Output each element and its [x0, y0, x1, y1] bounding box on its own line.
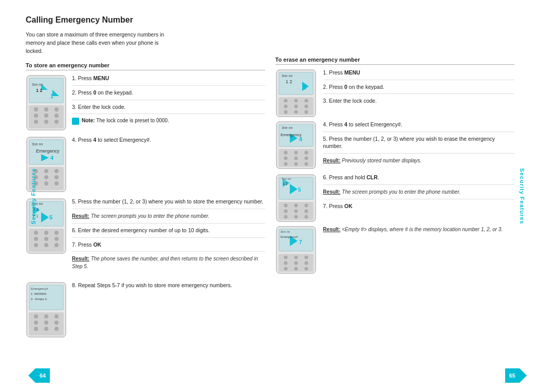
right-phone-svg-3: 3nn nn 1 2 5 — [275, 174, 317, 222]
svg-point-7 — [34, 114, 38, 118]
left-section-mid: 3nn nn Emergency 4 4. Press 4 to select … — [26, 136, 265, 193]
page-num-left-text: 64 — [35, 368, 50, 383]
step-result: Result: The screen prompts you to enter … — [72, 212, 265, 223]
step-result: Result: The phone saves the number, and … — [72, 255, 265, 273]
svg-point-127 — [294, 256, 298, 259]
left-section-heading: To store an emergency number — [26, 62, 265, 70]
right-phone-images-4: 3nn nn Emergency# 7 — [275, 226, 319, 274]
svg-text:4: 4 — [299, 136, 303, 142]
svg-point-9 — [54, 114, 59, 118]
step-item: 3. Enter the lock code. — [72, 103, 265, 115]
svg-point-116 — [304, 215, 308, 219]
right-section-top: 3nn nn 1 2 1 1. Press MENU 2. Press 0 on… — [275, 69, 515, 118]
svg-text:1: 5005000: 1: 5005000 — [31, 292, 47, 295]
step-item: 4. Press 4 to select Emergency#. — [323, 121, 515, 132]
step-result: Result: Previously stored number display… — [323, 157, 515, 167]
svg-point-115 — [294, 215, 298, 219]
svg-point-130 — [294, 262, 298, 265]
svg-point-110 — [304, 204, 308, 208]
svg-text:7: 7 — [299, 239, 302, 245]
svg-point-47 — [54, 243, 59, 247]
svg-text:Emergency#: Emergency# — [281, 235, 298, 238]
right-phone-images: 3nn nn 1 2 1 — [275, 69, 319, 118]
step-item: 5. Press the number (1, 2, or 3) where y… — [72, 198, 265, 209]
step-item: 2. Press 0 on the keypad. — [323, 83, 515, 95]
svg-point-91 — [284, 151, 287, 155]
svg-text:2: -Empty 2-: 2: -Empty 2- — [31, 297, 48, 301]
svg-text:5: 5 — [298, 187, 301, 193]
step-result: Result: The screen prompts you to enter … — [323, 188, 515, 199]
svg-point-131 — [304, 262, 308, 265]
right-section-heading: To erase an emergency number — [275, 57, 515, 65]
note-item: Note: The lock code is preset to 0000. — [72, 117, 265, 128]
svg-point-64 — [34, 327, 38, 331]
page-arrow-left — [28, 368, 35, 383]
svg-point-134 — [304, 267, 308, 271]
svg-point-59 — [44, 314, 48, 319]
svg-point-92 — [294, 151, 298, 155]
svg-point-93 — [304, 151, 308, 155]
step-item: 1. Press MENU — [72, 74, 265, 86]
page-num-left: 64 — [28, 368, 50, 383]
right-steps-6-7: 6. Press and hold CLR. Result: The scree… — [323, 174, 515, 222]
svg-point-99 — [304, 162, 308, 166]
svg-text:3nn  nn: 3nn nn — [282, 177, 291, 180]
svg-point-113 — [304, 210, 308, 213]
svg-point-109 — [294, 204, 298, 208]
svg-point-97 — [284, 162, 287, 166]
svg-point-108 — [284, 204, 287, 208]
right-phone-images-3: 3nn nn 1 2 5 — [275, 174, 319, 222]
side-label-left: Security Features — [30, 168, 36, 224]
svg-point-10 — [34, 120, 38, 124]
svg-point-26 — [44, 175, 48, 179]
right-section-step7: 3nn nn Emergency# 7 Result: <Empty #> di… — [275, 226, 515, 274]
step-item: 8. Repeat Steps 5-7 if you wish to store… — [72, 282, 265, 292]
left-steps-5-7: 5. Press the number (1, 2, or 3) where y… — [72, 198, 265, 276]
svg-text:3nn  nn: 3nn nn — [32, 142, 43, 146]
svg-point-129 — [284, 262, 287, 265]
step-item: 3. Enter the lock code. — [323, 97, 515, 108]
svg-point-74 — [284, 99, 287, 103]
left-steps-1-3: 1. Press MENU 2. Press 0 on the keypad. … — [72, 74, 265, 131]
svg-point-45 — [34, 243, 38, 247]
step-item: 2. Press 0 on the keypad. — [72, 89, 265, 100]
svg-point-62 — [44, 321, 48, 325]
svg-text:1  2: 1 2 — [36, 88, 43, 93]
step-item: 5. Press the number (1, 2, or 3) where y… — [323, 135, 515, 154]
svg-point-5 — [44, 107, 48, 111]
right-steps-4: 4. Press 4 to select Emergency#. 5. Pres… — [323, 121, 515, 171]
right-column: To erase an emergency number — [275, 15, 515, 377]
step-item: 6. Enter the desired emergency number of… — [72, 227, 265, 238]
svg-point-29 — [44, 181, 48, 185]
svg-text:1: 1 — [50, 94, 53, 99]
svg-point-8 — [44, 114, 48, 118]
svg-point-61 — [34, 321, 38, 325]
left-steps-8: 8. Repeat Steps 5-7 if you wish to store… — [72, 282, 265, 338]
svg-text:5: 5 — [49, 214, 52, 220]
right-section-step4: 3nn nn Emergency 4 4. Press 4 to select … — [275, 121, 515, 171]
left-column: Calling Emergency Number You can store a… — [26, 15, 265, 377]
svg-point-39 — [34, 231, 38, 235]
svg-point-4 — [34, 107, 38, 111]
page-arrow-right — [520, 368, 527, 383]
svg-point-133 — [294, 267, 298, 271]
svg-point-76 — [304, 99, 308, 103]
svg-point-66 — [54, 327, 59, 331]
svg-point-96 — [304, 157, 308, 160]
phone-image-4: Emergency# 1: 5005000 2: -Empty 2- — [26, 282, 67, 338]
note-text: Note: The lock code is preset to 0000. — [82, 117, 169, 124]
svg-text:3nn  nn: 3nn nn — [281, 230, 290, 233]
svg-text:1  2: 1 2 — [286, 79, 292, 84]
step-item: 4. Press 4 to select Emergency#. — [72, 136, 265, 147]
svg-point-128 — [304, 256, 308, 259]
svg-point-23 — [44, 169, 48, 173]
svg-point-40 — [44, 231, 48, 235]
svg-point-60 — [54, 314, 59, 319]
svg-text:Emergency: Emergency — [36, 148, 60, 154]
right-phone-images-2: 3nn nn Emergency 4 — [275, 121, 319, 171]
svg-point-80 — [284, 110, 287, 114]
phone-svg-1: 3nn nn 1 2 1 — [26, 74, 67, 131]
svg-point-46 — [44, 243, 48, 247]
step-item: 7. Press OK — [72, 241, 265, 252]
svg-point-111 — [284, 210, 287, 213]
